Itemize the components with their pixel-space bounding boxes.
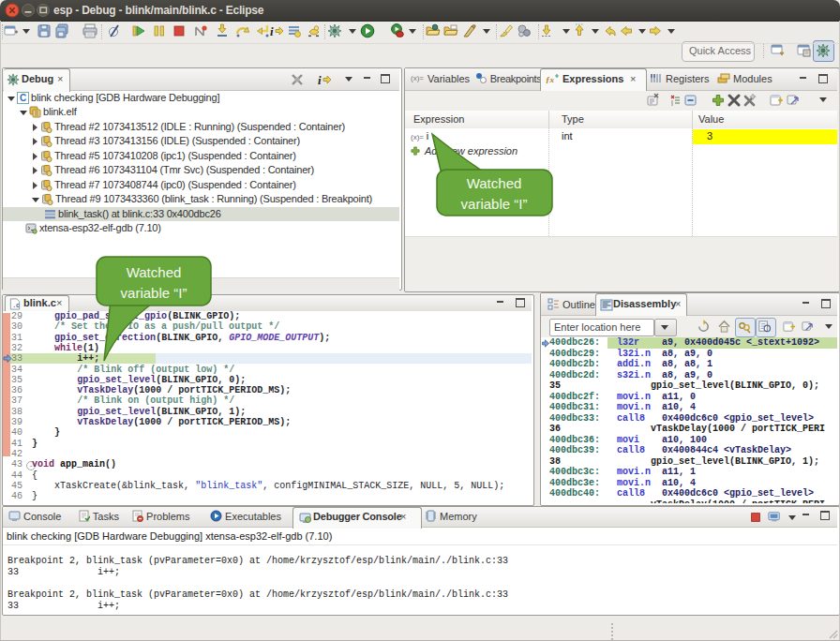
svg-text:Watched: Watched (467, 175, 522, 191)
svg-text:ƒx: ƒx (546, 75, 555, 84)
svg-text:C: C (20, 93, 26, 103)
svg-text:(x)=: (x)= (411, 74, 424, 82)
svg-text:.c: .c (12, 303, 20, 309)
svg-text:variable “I”: variable “I” (461, 196, 528, 212)
svg-text:i: i (270, 24, 274, 38)
svg-text:Watched: Watched (127, 264, 182, 280)
svg-text:variable “I”: variable “I” (121, 285, 188, 301)
